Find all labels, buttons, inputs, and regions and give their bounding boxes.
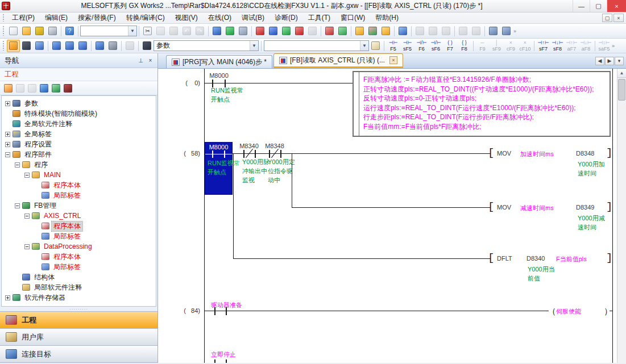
nav-splitter[interactable]: ········· xyxy=(0,307,157,311)
ladder-symbol-F5-button[interactable]: ⊣⊢F5 xyxy=(386,39,400,53)
selected-cell-m8000[interactable]: M8000 RUN监视常 开触点 xyxy=(205,142,233,195)
monitor-pause-button[interactable] xyxy=(306,25,319,37)
wave-display-button[interactable] xyxy=(487,25,500,37)
collapse-icon[interactable] xyxy=(15,162,20,168)
sampling-stop-button[interactable] xyxy=(426,25,440,37)
menu-编辑[interactable]: 编辑(E) xyxy=(40,12,73,24)
mdi-close-button[interactable]: × xyxy=(613,14,624,22)
restore-button[interactable]: ▢ xyxy=(590,0,607,12)
navigation-window-button[interactable] xyxy=(7,40,20,52)
ladder-symbol-sF8-button[interactable]: ⊣↓⊢sF8 xyxy=(550,39,565,53)
watch-button[interactable] xyxy=(457,25,470,37)
paste-data-button[interactable] xyxy=(26,82,38,94)
tree-item-MAIN[interactable]: MAIN xyxy=(2,170,156,180)
chevron-down-icon[interactable]: ▼ xyxy=(360,41,368,51)
data-info-button[interactable] xyxy=(38,82,50,94)
ladder-symbol-aF7-button[interactable]: ⊣↑⊢aF7 xyxy=(565,39,579,53)
expand-icon[interactable] xyxy=(5,142,10,147)
menu-搜索/替换[interactable]: 搜索/替换(F) xyxy=(73,12,121,24)
tree-item-局部标签[interactable]: 局部标签 xyxy=(2,190,156,200)
print-button[interactable] xyxy=(46,25,59,37)
tree-item-局部标签[interactable]: 局部标签 xyxy=(2,231,156,241)
find-combo[interactable]: ▼ xyxy=(264,40,369,51)
pulse-button[interactable] xyxy=(440,25,453,37)
tree-item-全局软元件注释[interactable]: 全局软元件注释 xyxy=(2,119,156,129)
device-key-button[interactable] xyxy=(237,25,250,37)
ladder-symbol-aF8-button[interactable]: ⊣↓⊢aF8 xyxy=(579,39,593,53)
new-data-button[interactable] xyxy=(2,82,14,94)
tree-item-程序本体[interactable]: 程序本体 xyxy=(2,180,156,190)
menu-工程[interactable]: 工程(P) xyxy=(7,12,40,24)
cut-button[interactable]: ✂ xyxy=(141,25,154,37)
toolbar-overflow-icon[interactable]: » xyxy=(513,28,518,34)
close-button[interactable]: × xyxy=(607,0,626,12)
chevron-down-icon[interactable]: ▼ xyxy=(128,26,136,36)
refresh-button[interactable] xyxy=(50,82,62,94)
ladder-editor[interactable]: ( 0) M8000 RUN监视常 开触点 F距离脉冲比 := F动力辊直径*E… xyxy=(158,69,626,363)
device-list-button[interactable] xyxy=(63,40,76,52)
menu-转换/编译[interactable]: 转换/编译(C) xyxy=(121,12,170,24)
device-find-button[interactable] xyxy=(50,40,63,52)
nav-view-button-用户库[interactable]: 用户库 xyxy=(0,329,157,346)
tab-close-icon[interactable]: × xyxy=(389,56,397,64)
tree-item-结构体[interactable]: 结构体 xyxy=(2,272,156,282)
device-combo[interactable]: 参数▼ xyxy=(154,40,259,51)
menu-调试[interactable]: 调试(B) xyxy=(237,12,270,24)
chevron-down-icon[interactable]: ▼ xyxy=(250,41,258,51)
ladder-symbol-sF9-button[interactable]: │sF9 xyxy=(490,39,504,53)
sort-button[interactable] xyxy=(62,82,74,94)
monitor-mode-button[interactable] xyxy=(223,25,237,37)
collapse-icon[interactable] xyxy=(24,214,30,219)
device-batch-button[interactable] xyxy=(76,40,89,52)
mdi-restore-button[interactable]: ▢ xyxy=(602,14,612,22)
remote-operation-button[interactable] xyxy=(379,25,392,37)
save-button[interactable] xyxy=(33,25,46,37)
copy-data-button[interactable] xyxy=(14,82,26,94)
ladder-symbol-F9-button[interactable]: ─F9 xyxy=(475,39,490,53)
help-button[interactable]: ? xyxy=(63,25,76,37)
tree-item-局部标签[interactable]: 局部标签 xyxy=(2,262,156,272)
monitor-start-button[interactable] xyxy=(280,25,293,37)
wave-display2-button[interactable] xyxy=(500,25,513,37)
tree-item-程序部件[interactable]: 程序部件 xyxy=(2,149,156,160)
toolbar-overflow-icon[interactable]: » xyxy=(611,43,616,49)
tab-list-icon[interactable]: ▾ xyxy=(615,57,624,65)
function-block-button[interactable] xyxy=(20,40,33,52)
monitor-window-button[interactable] xyxy=(396,25,409,37)
collapse-icon[interactable] xyxy=(5,152,10,157)
ladder-symbol-sF7-button[interactable]: ⊣↑⊢sF7 xyxy=(536,39,550,53)
ladder-symbol-F7-button[interactable]: ( )F7 xyxy=(443,39,457,53)
menu-工具[interactable]: 工具(T) xyxy=(303,12,335,24)
tree-item-程序设置[interactable]: 程序设置 xyxy=(2,139,156,149)
tab-scroll-left-icon[interactable]: ◀ xyxy=(595,57,604,65)
device-comment-button[interactable] xyxy=(210,25,223,37)
ladder-symbol-F6-button[interactable]: ⊣/⊢F6 xyxy=(414,39,429,53)
inline-st-box[interactable]: F距离脉冲比 := F动力辊直径*E3.1415926/F单圈脉冲数;正转寸动速… xyxy=(353,71,611,137)
write-to-plc-button[interactable] xyxy=(254,25,267,37)
copy-button[interactable] xyxy=(154,25,167,37)
ladder-symbol-saF5-button[interactable]: ⊣↕⊢saF5 xyxy=(597,39,611,53)
menu-在线[interactable]: 在线(O) xyxy=(203,12,237,24)
menu-诊断[interactable]: 诊断(D) xyxy=(270,12,303,24)
quick-find-combo[interactable]: ▼ xyxy=(80,26,137,36)
device-search-button[interactable] xyxy=(106,40,119,52)
read-from-plc-button[interactable] xyxy=(267,25,280,37)
tree-item-参数[interactable]: 参数 xyxy=(2,98,156,108)
help-context-button[interactable] xyxy=(123,40,136,52)
ladder-symbol-sF6-button[interactable]: ⊣/⊢sF6 xyxy=(429,39,443,53)
list-view-button[interactable] xyxy=(33,40,46,52)
nav-view-button-连接目标[interactable]: 连接目标 xyxy=(0,346,157,363)
document-find-button[interactable] xyxy=(369,40,382,52)
ladder-symbol-sF5-button[interactable]: ⊣⊢sF5 xyxy=(400,39,414,53)
nav-close-icon[interactable]: × xyxy=(146,56,155,65)
ladder-symbol-cF9-button[interactable]: ×cF9 xyxy=(504,39,518,53)
expand-icon[interactable] xyxy=(5,101,10,106)
pin-icon[interactable]: ⊥ xyxy=(136,56,146,65)
undo-button[interactable]: ↶ xyxy=(180,25,193,37)
cross-reference-button[interactable] xyxy=(140,40,154,52)
tree-item-全局标签[interactable]: 全局标签 xyxy=(2,129,156,139)
tab-scroll-right-icon[interactable]: ▶ xyxy=(605,57,614,65)
scroll-thumb[interactable] xyxy=(618,79,625,101)
tree-item-软元件存储器[interactable]: 软元件存储器 xyxy=(2,292,156,303)
tree-item-FB管理[interactable]: FB管理 xyxy=(2,200,156,211)
